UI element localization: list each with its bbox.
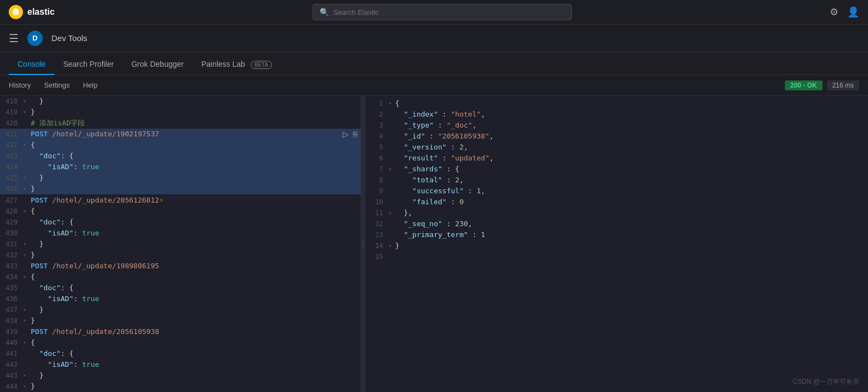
- fold-arrow[interactable]: ▾: [23, 304, 30, 315]
- main-content: 418 ▾ } 419 ▾ } 420 # 添加isAD字段 421 POST: [0, 96, 868, 392]
- out-content: "_shards" : {: [395, 164, 459, 175]
- code-content: }: [31, 315, 35, 326]
- fold-arrow[interactable]: ▾: [23, 172, 30, 183]
- code-content: {: [31, 337, 35, 348]
- code-content: "doc": {: [31, 283, 73, 293]
- out-content: "_id" : "2056105938",: [395, 131, 494, 142]
- fold-arrow[interactable]: ▾: [23, 107, 30, 118]
- code-content: }: [31, 239, 43, 250]
- table-row: 439 POST /hotel/_update/2056105938: [0, 326, 361, 337]
- line-number: 443: [2, 370, 23, 381]
- out-line-number: 13: [368, 229, 389, 240]
- topbar: elastic 🔍 ⚙ 👤: [0, 0, 868, 25]
- out-fold-arrow[interactable]: ▾: [389, 98, 395, 109]
- table-row: 14 ▾ }: [366, 240, 868, 251]
- table-row: 421 POST /hotel/_update/1902197537 ▷ ⎘: [0, 129, 361, 140]
- editor-panel[interactable]: 418 ▾ } 419 ▾ } 420 # 添加isAD字段 421 POST: [0, 96, 361, 392]
- out-content: "_version" : 2,: [395, 142, 468, 153]
- search-input[interactable]: [333, 8, 565, 16]
- table-row: 425 ▾ }: [0, 172, 361, 183]
- table-row: 5 "_version" : 2,: [366, 142, 868, 153]
- table-row: 420 # 添加isAD字段: [0, 118, 361, 129]
- out-content: "_index" : "hotel",: [395, 109, 485, 120]
- table-row: 438 ▾ }: [0, 315, 361, 326]
- table-row: 434 ▾ {: [0, 272, 361, 283]
- code-content: "doc": {: [31, 348, 73, 359]
- out-line-number: 1: [368, 98, 389, 109]
- fold-arrow[interactable]: ▾: [23, 337, 30, 348]
- subnav-settings[interactable]: Settings: [44, 81, 70, 89]
- subnav-help[interactable]: Help: [83, 81, 97, 89]
- line-number: 438: [2, 315, 23, 326]
- app-title: Dev Tools: [51, 33, 88, 43]
- table-row: 442 "isAD": true: [0, 359, 361, 370]
- fold-arrow[interactable]: ▾: [23, 96, 30, 107]
- line-number: 437: [2, 304, 23, 315]
- table-row: 436 "isAD": true: [0, 293, 361, 304]
- out-content: "total" : 2,: [395, 175, 464, 186]
- code-content: {: [31, 140, 35, 151]
- subnav-right: 200 - OK 216 ms: [785, 80, 859, 90]
- fold-arrow[interactable]: ▾: [23, 183, 30, 194]
- tab-grok-debugger[interactable]: Grok Debugger: [123, 54, 193, 75]
- line-number: 440: [2, 337, 23, 348]
- panel-divider[interactable]: ⋮: [361, 96, 366, 392]
- out-content: "failed" : 0: [395, 197, 464, 207]
- table-row: 429 "doc": {: [0, 217, 361, 228]
- code-content: }: [31, 370, 43, 381]
- status-badge: 200 - OK: [785, 80, 823, 90]
- tab-search-profiler[interactable]: Search Profiler: [54, 54, 123, 75]
- table-row: 10 "failed" : 0: [366, 197, 868, 207]
- fold-arrow[interactable]: ▾: [23, 239, 30, 250]
- line-number: 428: [2, 206, 23, 217]
- out-fold-arrow[interactable]: ▾: [389, 240, 395, 251]
- fold-arrow[interactable]: ▾: [23, 315, 30, 326]
- fold-arrow[interactable]: ▾: [23, 250, 30, 261]
- copy-button[interactable]: ⎘: [352, 130, 358, 139]
- fold-arrow[interactable]: ▾: [23, 381, 30, 392]
- out-line-number: 15: [368, 251, 389, 262]
- fold-arrow[interactable]: ▾: [23, 370, 30, 381]
- out-line-number: 8: [368, 175, 389, 186]
- line-number: 435: [2, 283, 23, 293]
- hamburger-menu[interactable]: ☰: [9, 32, 19, 45]
- line-number: 427: [2, 195, 23, 206]
- line-number: 429: [2, 217, 23, 228]
- user-icon[interactable]: 👤: [847, 6, 859, 18]
- navbar: ☰ D Dev Tools: [0, 25, 868, 52]
- out-line-number: 7: [368, 164, 389, 175]
- search-bar[interactable]: 🔍: [313, 4, 572, 20]
- settings-icon[interactable]: ⚙: [830, 6, 838, 18]
- out-line-number: 6: [368, 153, 389, 164]
- line-number: 420: [2, 118, 23, 129]
- out-fold-arrow[interactable]: ▾: [389, 164, 395, 175]
- run-button[interactable]: ▷: [342, 130, 350, 139]
- code-content: }: [31, 96, 43, 107]
- table-row: 13 "_primary_term" : 1: [366, 229, 868, 240]
- out-fold-arrow[interactable]: ▾: [389, 207, 395, 218]
- table-row: 3 "_type" : "_doc",: [366, 120, 868, 131]
- fold-arrow[interactable]: ▾: [23, 206, 30, 217]
- table-row: 6 "result" : "updated",: [366, 153, 868, 164]
- output-panel[interactable]: 1 ▾ { 2 "_index" : "hotel", 3 "_type" : …: [366, 96, 868, 392]
- table-row: 435 "doc": {: [0, 283, 361, 293]
- out-content: "successful" : 1,: [395, 186, 485, 197]
- tab-painless-lab[interactable]: Painless Lab BETA: [193, 54, 281, 75]
- code-content: "isAD": true: [31, 359, 99, 370]
- line-number: 433: [2, 261, 23, 272]
- subnav-history[interactable]: History: [9, 81, 31, 89]
- line-number: 418: [2, 96, 23, 107]
- table-row: 419 ▾ }: [0, 107, 361, 118]
- tab-console[interactable]: Console: [9, 54, 54, 75]
- table-row: 418 ▾ }: [0, 96, 361, 107]
- fold-arrow[interactable]: ▾: [23, 140, 30, 151]
- out-line-number: 4: [368, 131, 389, 142]
- table-row: 4 "_id" : "2056105938",: [366, 131, 868, 142]
- code-content: }: [31, 172, 43, 183]
- fold-arrow[interactable]: ▾: [23, 272, 30, 283]
- line-number: 424: [2, 162, 23, 172]
- out-content: "result" : "updated",: [395, 153, 494, 164]
- svg-point-4: [17, 11, 19, 13]
- out-line-number: 5: [368, 142, 389, 153]
- code-content: }: [31, 250, 35, 261]
